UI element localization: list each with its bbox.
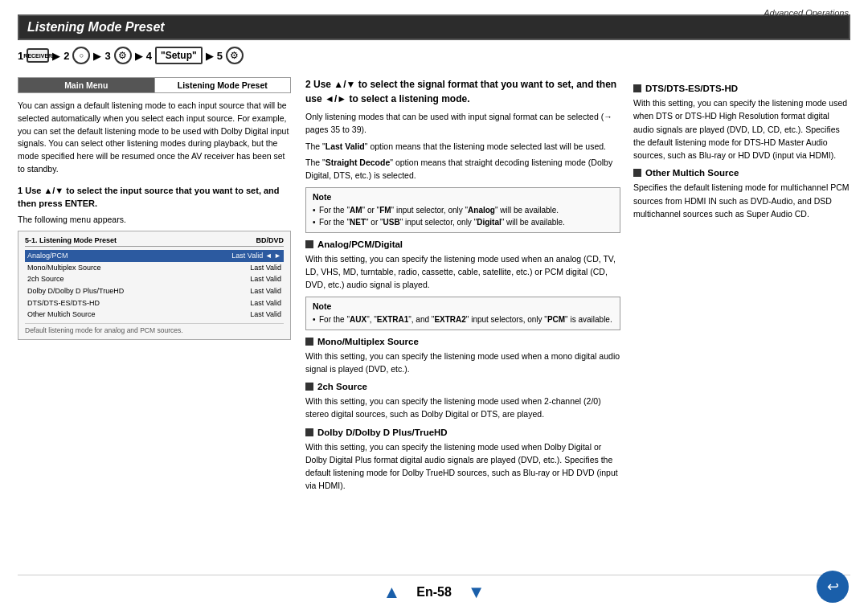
page-title: Listening Mode Preset: [18, 14, 850, 40]
menu-footer-note: Default listening mode for analog and PC…: [25, 323, 284, 334]
other-square-icon: [633, 169, 641, 177]
menu-table: Analog/PCMLast Valid ◄ ►Mono/Multiplex S…: [25, 250, 284, 321]
menu-table-row: 2ch SourceLast Valid: [25, 273, 284, 285]
step-2-header: 2 Use ▲/▼ to select the signal format th…: [305, 77, 620, 106]
back-icon: ↩: [827, 578, 839, 596]
dts-section-body: With this setting, you can specify the l…: [633, 96, 850, 162]
right-columns: 2 Use ▲/▼ to select the signal format th…: [305, 77, 850, 568]
other-section-body: Specifies the default listening mode for…: [633, 181, 850, 220]
nav-arrow-down-icon[interactable]: ▼: [468, 582, 485, 603]
menu-row-label: Analog/PCM: [25, 250, 194, 262]
step-3-num: 3: [104, 50, 110, 62]
ch2-square-icon: [305, 383, 313, 391]
analog-square-icon: [305, 240, 313, 248]
bottom-nav: ▲ En-58 ▼: [18, 575, 850, 603]
menu-row-label: Mono/Multiplex Source: [25, 262, 194, 274]
menu-screenshot-header: 5-1. Listening Mode Preset BD/DVD: [25, 236, 284, 247]
steps-row: 1 RECEIVER ▶ 2 ○ ▶ 3 ⚙ ▶ 4 "Setup" ▶ 5 ⚙: [18, 47, 850, 64]
note-1-item-1: For the "AM" or "FM" input selector, onl…: [313, 204, 613, 216]
step-1-num: 1: [18, 50, 23, 62]
note-1-item-2: For the "NET" or "USB" input selector, o…: [313, 216, 613, 228]
note-2: Note For the "AUX", "EXTRA1", and "EXTRA…: [305, 297, 620, 330]
menu-table-row: Dolby D/Dolby D Plus/TrueHDLast Valid: [25, 285, 284, 297]
menu-row-value: Last Valid: [194, 309, 284, 321]
arrow-4: ▶: [206, 50, 214, 62]
page-number-label: En-58: [416, 585, 452, 600]
ch2-section-header: 2ch Source: [305, 382, 620, 391]
note-1: Note For the "AM" or "FM" input selector…: [305, 187, 620, 233]
dolby-square-icon: [305, 428, 313, 436]
arrow-3: ▶: [135, 50, 143, 62]
step-4-num: 4: [146, 50, 152, 62]
arrow-1: ▶: [52, 50, 60, 62]
step-1-block: 1 Use ▲/▼ to select the input source tha…: [18, 184, 291, 340]
note-1-title: Note: [313, 192, 613, 202]
menu-table-row: DTS/DTS-ES/DTS-HDLast Valid: [25, 297, 284, 309]
right-main: 2 Use ▲/▼ to select the signal format th…: [305, 77, 620, 568]
left-column: Main Menu Listening Mode Preset You can …: [18, 77, 291, 568]
step-5-num: 5: [217, 50, 223, 62]
menu-row-value: Last Valid ◄ ►: [194, 250, 284, 262]
analog-section-header: Analog/PCM/Digital: [305, 239, 620, 249]
gear-icon: ⚙: [114, 47, 132, 64]
menu-row-value: Last Valid: [194, 297, 284, 309]
menu-screenshot-source: BD/DVD: [256, 236, 284, 244]
other-section-header: Other Multich Source: [633, 168, 850, 178]
breadcrumb-listening-mode: Listening Mode Preset: [154, 78, 291, 92]
menu-row-label: Dolby D/Dolby D Plus/TrueHD: [25, 285, 194, 297]
right-side: DTS/DTS-ES/DTS-HD With this setting, you…: [633, 77, 850, 568]
receiver-icon: RECEIVER: [27, 48, 49, 63]
mono-section-header: Mono/Multiplex Source: [305, 337, 620, 346]
advanced-operations-label: Advanced Operations: [764, 8, 849, 18]
step-1-header: 1 Use ▲/▼ to select the input source tha…: [18, 184, 291, 211]
menu-row-value: Last Valid: [194, 285, 284, 297]
menu-row-label: Other Multich Source: [25, 309, 194, 321]
menu-row-value: Last Valid: [194, 262, 284, 274]
dts-section-header: DTS/DTS-ES/DTS-HD: [633, 84, 850, 93]
menu-screenshot-title: 5-1. Listening Mode Preset: [25, 236, 117, 244]
circle-2-icon: ○: [72, 47, 90, 64]
step2-body2: The "Last Valid" option means that the l…: [305, 141, 620, 154]
dolby-section-header: Dolby D/Dolby D Plus/TrueHD: [305, 428, 620, 437]
menu-table-row: Other Multich SourceLast Valid: [25, 309, 284, 321]
menu-row-value: Last Valid: [194, 273, 284, 285]
ch2-section-body: With this setting, you can specify the l…: [305, 395, 620, 421]
menu-table-row: Mono/Multiplex SourceLast Valid: [25, 262, 284, 274]
nav-arrow-up-icon[interactable]: ▲: [383, 582, 400, 603]
dolby-section-body: With this setting, you can specify the l…: [305, 440, 620, 493]
step-2-num: 2: [63, 50, 69, 62]
step2-body3: The "Straight Decode" option means that …: [305, 157, 620, 182]
left-intro-text: You can assign a default listening mode …: [18, 100, 291, 176]
breadcrumb-main-menu: Main Menu: [18, 78, 154, 92]
analog-section-body: With this setting, you can specify the l…: [305, 252, 620, 292]
mono-square-icon: [305, 338, 313, 346]
breadcrumb: Main Menu Listening Mode Preset: [18, 77, 291, 93]
menu-row-label: 2ch Source: [25, 273, 194, 285]
note-2-title: Note: [313, 301, 613, 311]
menu-screenshot: 5-1. Listening Mode Preset BD/DVD Analog…: [18, 231, 291, 340]
mono-section-body: With this setting, you can specify the l…: [305, 350, 620, 376]
menu-row-label: DTS/DTS-ES/DTS-HD: [25, 297, 194, 309]
setup-label: "Setup": [155, 47, 203, 64]
arrow-2: ▶: [93, 50, 101, 62]
back-button[interactable]: ↩: [817, 571, 849, 603]
step-1-subtext: The following menu appears.: [18, 214, 291, 227]
menu-table-row: Analog/PCMLast Valid ◄ ►: [25, 250, 284, 262]
dts-square-icon: [633, 84, 641, 92]
note-2-item-1: For the "AUX", "EXTRA1", and "EXTRA2" in…: [313, 313, 613, 325]
gear-5-icon: ⚙: [226, 47, 244, 64]
step2-body1: Only listening modes that can be used wi…: [305, 111, 620, 137]
